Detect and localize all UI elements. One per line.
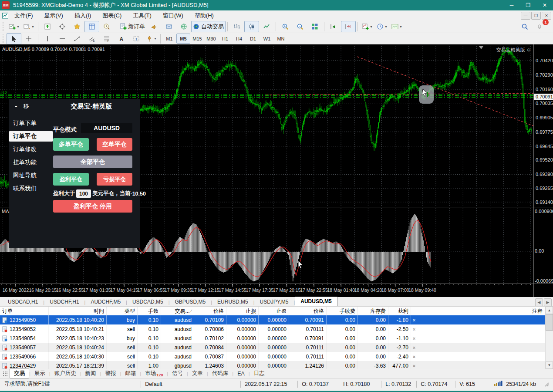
panel-nav-item-4[interactable]: 网址导航 bbox=[9, 170, 53, 181]
timeframe-button-m5[interactable]: M5 bbox=[176, 34, 190, 44]
chart-tab-usdjpym5[interactable]: USDJPY,M5 bbox=[255, 297, 294, 306]
menu-item-t[interactable]: 工具(T) bbox=[127, 10, 157, 21]
close-loss-button[interactable]: 亏损平仓 bbox=[97, 173, 132, 186]
menu-item-i[interactable]: 插入(I) bbox=[69, 10, 97, 21]
column-header-2[interactable]: 类型 bbox=[107, 307, 138, 315]
notifications-button[interactable]: 1 bbox=[532, 21, 547, 32]
chart-tab-usdchfh1[interactable]: USDCHF,H1 bbox=[44, 297, 84, 306]
templates-button[interactable]: ▾ bbox=[389, 21, 404, 32]
panel-nav-item-3[interactable]: 挂单功能 bbox=[9, 157, 53, 168]
minimize-button[interactable]: ─ bbox=[503, 0, 520, 10]
vertical-line-button[interactable] bbox=[40, 33, 55, 44]
close-all-button[interactable]: 全部平仓 bbox=[53, 155, 132, 168]
column-header-5[interactable]: 价格 bbox=[194, 307, 226, 315]
close-button[interactable]: ✕ bbox=[536, 0, 553, 10]
table-scrollbar[interactable]: ▲ ▼ bbox=[545, 307, 553, 369]
terminal-tab-11[interactable]: 日志 bbox=[250, 369, 269, 378]
column-header-3[interactable]: 手数 bbox=[138, 307, 161, 315]
new-chart-button[interactable]: ▾ bbox=[7, 21, 21, 32]
chart-shift-button[interactable] bbox=[341, 21, 356, 32]
scroll-down-icon[interactable]: ▼ bbox=[546, 362, 553, 369]
terminal-tab-3[interactable]: 新闻 bbox=[81, 369, 100, 378]
timeframe-button-mn[interactable]: MN bbox=[274, 34, 288, 44]
text-button[interactable]: A bbox=[114, 33, 129, 44]
symbol-ohlc-label[interactable]: AUDUSD,M5 0.70089 0.70104 0.70081 0.7009… bbox=[2, 47, 105, 52]
close-order-icon[interactable]: × bbox=[411, 352, 417, 361]
menu-item-c[interactable]: 图表(C) bbox=[97, 10, 127, 21]
panel-nav-item-1[interactable]: 订单平仓 bbox=[9, 131, 53, 142]
panel-nav-item-0[interactable]: 订单下单 bbox=[9, 118, 53, 128]
close-order-icon[interactable]: × bbox=[411, 343, 417, 352]
restore-button[interactable]: ❐ bbox=[520, 0, 536, 10]
terminal-tab-10[interactable]: EA bbox=[233, 370, 249, 378]
community-button[interactable] bbox=[176, 21, 191, 32]
zoom-in-button[interactable] bbox=[278, 21, 293, 32]
chart-tab-usdcadh1[interactable]: USDCAD,H1 bbox=[3, 297, 43, 306]
column-header-7[interactable]: 止盈 bbox=[259, 307, 289, 315]
trade-assistant-panel[interactable]: - 移 交易宝-精英版 订单下单订单平仓订单修改挂单功能网址导航联系我们 平仓模… bbox=[9, 99, 140, 248]
data-window-button[interactable] bbox=[84, 21, 99, 32]
chart-bars-button[interactable] bbox=[229, 21, 244, 32]
search-button[interactable] bbox=[517, 21, 532, 32]
quick-nav-grid-icon[interactable] bbox=[2, 370, 9, 377]
timeframe-button-m30[interactable]: M30 bbox=[204, 34, 218, 44]
terminal-tab-4[interactable]: 警报 bbox=[101, 369, 120, 378]
column-header-6[interactable]: 止损 bbox=[226, 307, 259, 315]
scrollbar-thumb[interactable] bbox=[546, 314, 553, 331]
profit-amount-input[interactable] bbox=[76, 189, 91, 198]
order-row[interactable]: 1235490522022.05.18 10:40:21sell0.10audu… bbox=[0, 324, 545, 334]
close-order-icon[interactable]: × bbox=[411, 324, 417, 334]
panel-move-button[interactable]: 移 bbox=[24, 102, 29, 110]
chevron-right-icon[interactable]: ▶ bbox=[544, 298, 552, 306]
mdi-restore-button[interactable]: ❐ bbox=[531, 12, 541, 20]
chevron-left-icon[interactable]: ◀ bbox=[535, 298, 543, 306]
column-header-0[interactable]: 订单 bbox=[0, 307, 49, 315]
tile-windows-button[interactable] bbox=[307, 21, 322, 32]
close-mode-symbol[interactable]: AUDUSD bbox=[81, 123, 132, 133]
close-order-icon[interactable]: × bbox=[411, 315, 417, 324]
terminal-tab-5[interactable]: 邮箱 bbox=[121, 369, 140, 378]
terminal-tab-7[interactable]: 信号 bbox=[168, 369, 187, 378]
profiles-button[interactable]: ▾ bbox=[21, 21, 36, 32]
text-label-button[interactable]: T bbox=[129, 33, 144, 44]
column-header-9[interactable]: 手续费 bbox=[327, 307, 358, 315]
menu-item-f[interactable]: 文件(F) bbox=[9, 10, 39, 21]
order-row[interactable]: 1235490662022.05.18 10:40:30sell0.10audu… bbox=[0, 352, 545, 361]
chart-window[interactable]: 0.704200.702900.701600.700350.699050.697… bbox=[0, 44, 553, 297]
status-profile[interactable]: Default bbox=[141, 381, 240, 387]
column-header-1[interactable]: 时间 bbox=[49, 307, 107, 315]
terminal-tab-8[interactable]: 文章 bbox=[188, 369, 207, 378]
close-short-button[interactable]: 空单平仓 bbox=[97, 138, 132, 151]
order-row[interactable]: 1235490572022.05.18 10:40:24sell0.10audu… bbox=[0, 343, 545, 352]
mdi-close-button[interactable]: ✕ bbox=[542, 12, 551, 20]
order-row[interactable]: 1235490542022.05.18 10:40:23buy0.10audus… bbox=[0, 334, 545, 343]
crosshair-target-button[interactable] bbox=[55, 21, 70, 32]
close-long-button[interactable]: 多单平仓 bbox=[53, 138, 89, 151]
close-order-icon[interactable]: × bbox=[411, 361, 417, 369]
timeframe-button-m1[interactable]: M1 bbox=[162, 34, 176, 44]
column-header-4[interactable]: 交易... ∕ bbox=[161, 307, 194, 315]
periods-button[interactable]: ▾ bbox=[374, 21, 389, 32]
order-row[interactable]: 1235490502022.05.18 10:40:20buy0.10audus… bbox=[0, 315, 545, 324]
column-header-12[interactable]: 注释 bbox=[417, 307, 545, 315]
chart-line-button[interactable] bbox=[259, 21, 274, 32]
channel-button[interactable]: E bbox=[84, 33, 99, 44]
auto-trading-button[interactable]: 自动交易 bbox=[191, 21, 226, 32]
favorites-button[interactable] bbox=[70, 21, 84, 32]
terminal-tab-2[interactable]: 账户历史 bbox=[51, 369, 80, 378]
terminal-tab-9[interactable]: 代码库 bbox=[208, 369, 233, 378]
fibonacci-button[interactable]: F bbox=[99, 33, 114, 44]
strategy-tester-button[interactable] bbox=[99, 21, 114, 32]
news-button[interactable] bbox=[162, 21, 176, 32]
table-header-row[interactable]: 订单时间类型手数交易... ∕价格止损止盈价格手续费库存费获利注释 bbox=[0, 307, 545, 316]
menu-item-h[interactable]: 帮助(H) bbox=[189, 10, 219, 21]
timeframe-button-d1[interactable]: D1 bbox=[246, 34, 260, 44]
chart-tab-eurusdm5[interactable]: EURUSD,M5 bbox=[212, 297, 253, 306]
menu-item-v[interactable]: 显示(V) bbox=[39, 10, 69, 21]
terminal-tab-1[interactable]: 展示 bbox=[30, 369, 49, 378]
close-order-icon[interactable]: × bbox=[411, 334, 417, 343]
timeframe-button-h1[interactable]: H1 bbox=[218, 34, 232, 44]
chart-tab-audchfm5[interactable]: AUDCHF,M5 bbox=[85, 297, 126, 306]
chart-tab-audusdm5[interactable]: AUDUSD,M5 bbox=[295, 297, 337, 306]
scroll-up-icon[interactable]: ▲ bbox=[546, 307, 553, 314]
